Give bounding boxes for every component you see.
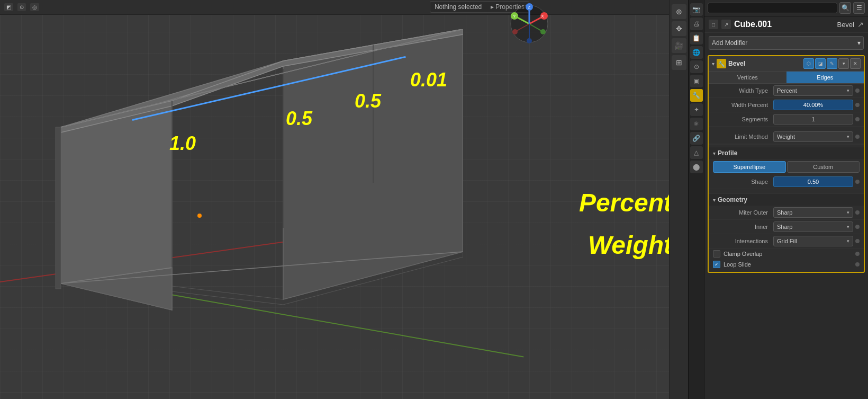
width-percent-dot [855,103,860,107]
bevel-tabs: Vertices Edges [709,72,864,84]
geometry-title: Geometry [718,196,747,203]
width-type-dropdown[interactable]: Percent ▾ [773,85,853,96]
viewport-xray-icon[interactable]: ◎ [30,3,39,11]
intersections-dot [855,239,860,243]
edges-tab[interactable]: Edges [786,72,864,83]
miter-outer-dot [855,210,860,215]
segments-value[interactable]: 1 [773,114,853,125]
viewport-topbar: ◩ ⊙ ◎ [0,0,669,15]
miter-outer-dropdown[interactable]: Sharp ▾ [773,207,853,218]
shape-row: Shape 0.50 [709,175,864,189]
grid-tool[interactable]: ⊞ [672,55,686,70]
viewport-shading-icon[interactable]: ◩ [4,3,13,11]
settings-dropdown-icon[interactable]: ▾ [838,58,849,69]
label-0-01: 0.01 [410,69,447,91]
shape-value[interactable]: 0.50 [773,176,853,187]
world-props-icon[interactable]: ⊙ [690,60,703,73]
bevel-close-icon[interactable]: ✕ [850,58,861,69]
clamp-overlap-label: Clamp Overlap [724,251,762,257]
properties-search-bar: 🔍 ☰ [704,0,868,16]
inner-label: Inner [713,224,771,230]
inner-row: Inner Sharp ▾ [709,220,864,234]
label-1-0: 1.0 [169,132,196,155]
profile-collapse-icon: ▾ [713,150,716,156]
navigation-gizmo[interactable]: X Y Z [508,3,550,45]
right-panel: 🔍 ☰ □ ↗ Cube.001 Bevel ↗ Add Modifier ▾ … [704,0,868,399]
panel-menu-btn[interactable]: ☰ [853,2,865,14]
edit-icon[interactable]: ✎ [827,58,837,69]
limit-method-row: Limit Method Weight ▾ [709,130,864,144]
clamp-overlap-row: Clamp Overlap [709,249,864,259]
viewport[interactable]: ◩ ⊙ ◎ Nothing selected ▸ Properties [0,0,688,399]
vertices-tab[interactable]: Vertices [709,72,786,83]
bevel-title: Bevel [728,60,801,67]
cursor-tool[interactable]: ⊕ [672,4,686,19]
viewport-tools: ⊕ ✥ 🎥 ⊞ [669,0,688,399]
profile-buttons: Superellipse Custom [713,161,860,173]
svg-text:X: X [541,14,544,19]
overlay-percent-label: Percent [579,188,672,217]
svg-marker-14 [56,127,61,289]
intersections-label: Intersections [713,238,771,244]
shape-label: Shape [713,179,771,185]
render-props-icon[interactable]: 📷 [690,3,703,16]
svg-point-30 [527,38,532,43]
label-0-5a: 0.5 [286,108,312,130]
profile-header[interactable]: ▾ Profile [709,147,864,159]
profile-title: Profile [718,149,737,157]
limit-method-dropdown[interactable]: Weight ▾ [773,131,853,142]
width-percent-value[interactable]: 40.00% [773,100,853,110]
label-0-5b: 0.5 [355,90,381,112]
bevel-icon-row: ⬡ ◪ ✎ ▾ ✕ [803,58,861,69]
grab-tool[interactable]: ✥ [672,21,686,36]
width-type-label: Width Type [713,87,771,94]
properties-search-input[interactable] [708,3,837,13]
bevel-modifier-icon: 🔧 [717,59,726,68]
camera-tool[interactable]: 🎥 [672,38,686,53]
particles-props-icon[interactable]: ✦ [690,103,703,116]
svg-point-28 [540,29,546,34]
geometry-header[interactable]: ▾ Geometry [709,193,864,206]
view-layer-props-icon[interactable]: 📋 [690,32,703,45]
miter-outer-row: Miter Outer Sharp ▾ [709,206,864,220]
segments-dot [855,117,860,121]
realtime-icon[interactable]: ⬡ [803,58,814,69]
viewport-overlay-icon[interactable]: ⊙ [17,3,26,11]
object-name: Cube.001 [734,20,834,29]
scene-props-icon[interactable]: 🌐 [690,46,703,59]
modifier-name: Bevel [837,21,854,29]
intersections-dropdown[interactable]: Grid Fill ▾ [773,236,853,246]
modifier-type-icon: ↗ [721,20,731,29]
shape-dot [855,180,860,184]
add-modifier-button[interactable]: Add Modifier ▾ [709,36,864,50]
right-side-panel: 📷 🖨 📋 🌐 ⊙ ▣ 🔧 ✦ ⚛ 🔗 △ ⬤ 🔍 ☰ □ ↗ Cube.001… [688,0,868,399]
loop-slide-label: Loop Slide [724,261,751,268]
output-props-icon[interactable]: 🖨 [690,17,703,30]
object-type-icon: □ [709,20,718,29]
material-props-icon[interactable]: ⬤ [690,161,703,173]
modifier-props-icon active[interactable]: 🔧 [690,89,703,102]
cube-3d: 1.0 0.5 0.5 0.01 [29,29,463,363]
custom-btn[interactable]: Custom [787,161,860,173]
object-props-icon[interactable]: ▣ [690,75,703,87]
superellipse-btn[interactable]: Superellipse [713,161,786,173]
intersections-row: Intersections Grid Fill ▾ [709,234,864,249]
inner-dot [855,225,860,229]
render-icon[interactable]: ◪ [815,58,826,69]
loop-slide-checkbox[interactable]: ✓ [713,261,720,268]
svg-text:Z: Z [528,5,531,10]
clamp-overlap-checkbox[interactable] [713,250,720,258]
physics-props-icon[interactable]: ⚛ [690,118,703,130]
width-percent-label: Width Percent [713,102,771,108]
segments-row: Segments 1 [709,112,864,127]
search-btn[interactable]: 🔍 [839,2,851,14]
loop-slide-dot [855,262,860,267]
svg-text:Y: Y [513,14,516,19]
bevel-collapse-icon[interactable]: ▾ [712,61,715,67]
inner-dropdown[interactable]: Sharp ▾ [773,221,853,232]
expand-icon[interactable]: ↗ [857,20,864,29]
limit-method-dot [855,135,860,139]
constraints-props-icon[interactable]: 🔗 [690,132,703,145]
data-props-icon[interactable]: △ [690,146,703,159]
object-header: □ ↗ Cube.001 Bevel ↗ [704,16,868,33]
